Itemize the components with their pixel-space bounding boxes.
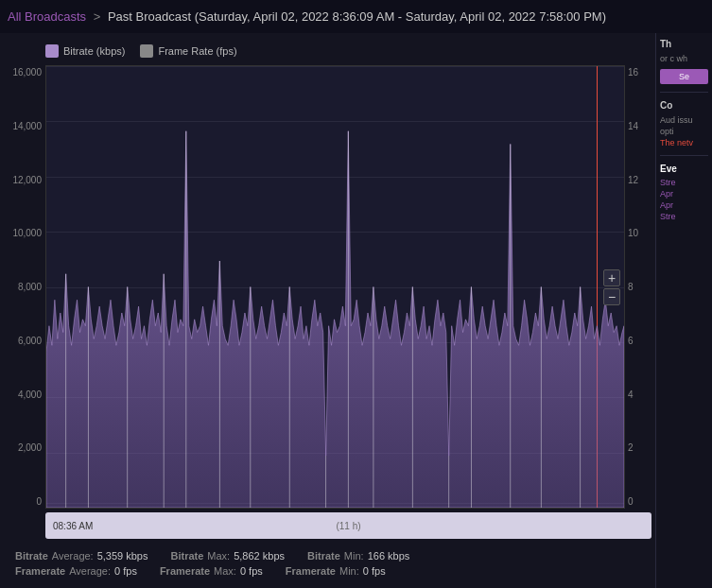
framerate-avg-label: Framerate xyxy=(15,565,65,577)
all-broadcasts-link[interactable]: All Broadcasts xyxy=(8,9,86,24)
chart-body[interactable]: + − xyxy=(45,65,625,509)
rp-event-3[interactable]: Stre xyxy=(660,212,708,221)
legend-bitrate-label: Bitrate (kbps) xyxy=(63,45,125,57)
y-right-label-8: 0 xyxy=(628,496,634,507)
y-left-label-0: 16,000 xyxy=(12,67,42,78)
zoom-out-button[interactable]: − xyxy=(603,288,620,305)
framerate-max-label: Framerate xyxy=(160,565,210,577)
timeline-scrubber[interactable]: 08:36 AM (11 h) xyxy=(45,512,651,539)
timeline-start-label: 08:36 AM xyxy=(53,521,93,531)
bitrate-min-label: Bitrate xyxy=(307,550,340,562)
rp-event-1[interactable]: Apr xyxy=(660,189,708,199)
bitrate-max-label: Bitrate xyxy=(171,550,204,562)
breadcrumb-current: Past Broadcast (Saturday, April 02, 2022… xyxy=(108,9,606,24)
y-right-label-7: 2 xyxy=(628,442,634,453)
rp-events-title: Eve xyxy=(660,164,708,174)
breadcrumb: All Broadcasts > Past Broadcast (Saturda… xyxy=(0,0,712,33)
rp-section1-title: Th xyxy=(660,39,708,49)
stats-area: Bitrate Average: 5,359 kbps Bitrate Max:… xyxy=(8,543,651,580)
framerate-avg-value: 0 fps xyxy=(114,565,137,577)
rp-divider-1 xyxy=(660,92,708,93)
y-left-label-3: 10,000 xyxy=(12,228,42,238)
bitrate-min-sub: Min: xyxy=(344,550,364,562)
legend-framerate-label: Frame Rate (fps) xyxy=(158,45,236,57)
stats-row-1: Bitrate Average: 5,359 kbps Bitrate Max:… xyxy=(15,550,644,562)
y-right-label-5: 6 xyxy=(628,336,634,346)
zoom-controls: + − xyxy=(603,269,620,305)
bitrate-average: Bitrate Average: 5,359 kbps xyxy=(15,550,148,562)
y-axis-left: 16,000 14,000 12,000 10,000 8,000 6,000 … xyxy=(8,65,45,509)
y-right-label-1: 14 xyxy=(628,121,638,131)
framerate-min-value: 0 fps xyxy=(363,565,386,577)
framerate-min-sub: Min: xyxy=(339,565,359,577)
zoom-in-button[interactable]: + xyxy=(603,269,620,286)
rp-section1-text: or c wh xyxy=(660,53,708,65)
framerate-min-label: Framerate xyxy=(286,565,336,577)
y-axis-right: 16 14 12 10 8 6 4 2 0 xyxy=(625,65,651,509)
framerate-max-value: 0 fps xyxy=(240,565,263,577)
y-left-label-2: 12,000 xyxy=(12,175,42,185)
rp-section2-link1[interactable]: The netv xyxy=(660,138,708,147)
bitrate-min: Bitrate Min: 166 kbps xyxy=(307,550,409,562)
rp-event-2[interactable]: Apr xyxy=(660,200,708,210)
legend-bitrate: Bitrate (kbps) xyxy=(45,44,125,58)
y-right-label-0: 16 xyxy=(628,67,638,78)
rp-event-0[interactable]: Stre xyxy=(660,178,708,187)
rp-section2-text1: Aud issu opti xyxy=(660,114,708,138)
bitrate-avg-label: Bitrate xyxy=(15,550,48,562)
legend-bitrate-color xyxy=(45,44,59,58)
y-left-label-6: 4,000 xyxy=(18,389,42,400)
chart-wrapper: 16,000 14,000 12,000 10,000 8,000 6,000 … xyxy=(8,65,651,509)
y-right-label-2: 12 xyxy=(628,175,638,185)
bitrate-chart-svg xyxy=(46,66,624,508)
main-layout: Bitrate (kbps) Frame Rate (fps) 16,000 1… xyxy=(0,33,712,588)
framerate-average: Framerate Average: 0 fps xyxy=(15,565,137,577)
bitrate-max-value: 5,862 kbps xyxy=(234,550,285,562)
y-left-label-8: 0 xyxy=(36,496,42,507)
framerate-max: Framerate Max: 0 fps xyxy=(160,565,263,577)
right-panel: Th or c wh Se Co Aud issu opti The netv … xyxy=(655,33,712,588)
rp-divider-2 xyxy=(660,155,708,156)
bitrate-min-value: 166 kbps xyxy=(368,550,410,562)
bitrate-avg-value: 5,359 kbps xyxy=(97,550,148,562)
stats-row-2: Framerate Average: 0 fps Framerate Max: … xyxy=(15,565,644,577)
y-left-label-4: 8,000 xyxy=(18,282,42,292)
y-left-label-1: 14,000 xyxy=(12,121,42,131)
bitrate-max: Bitrate Max: 5,862 kbps xyxy=(171,550,286,562)
y-left-label-5: 6,000 xyxy=(18,336,42,346)
bitrate-avg-sub: Average: xyxy=(52,550,94,562)
y-right-label-3: 10 xyxy=(628,228,638,238)
framerate-min: Framerate Min: 0 fps xyxy=(286,565,386,577)
framerate-max-sub: Max: xyxy=(214,565,236,577)
framerate-avg-sub: Average: xyxy=(69,565,111,577)
y-right-label-6: 4 xyxy=(628,389,634,400)
y-right-label-4: 8 xyxy=(628,282,634,292)
bitrate-max-sub: Max: xyxy=(207,550,230,562)
rp-section2-title: Co xyxy=(660,100,708,111)
timeline-center-label: (11 h) xyxy=(336,521,360,531)
legend-framerate-color xyxy=(140,44,153,58)
chart-area: Bitrate (kbps) Frame Rate (fps) 16,000 1… xyxy=(0,33,655,588)
legend-framerate: Frame Rate (fps) xyxy=(140,44,236,58)
rp-action-button[interactable]: Se xyxy=(660,69,708,84)
y-left-label-7: 2,000 xyxy=(18,442,42,453)
chart-legend: Bitrate (kbps) Frame Rate (fps) xyxy=(8,41,651,65)
breadcrumb-separator: > xyxy=(94,9,104,24)
